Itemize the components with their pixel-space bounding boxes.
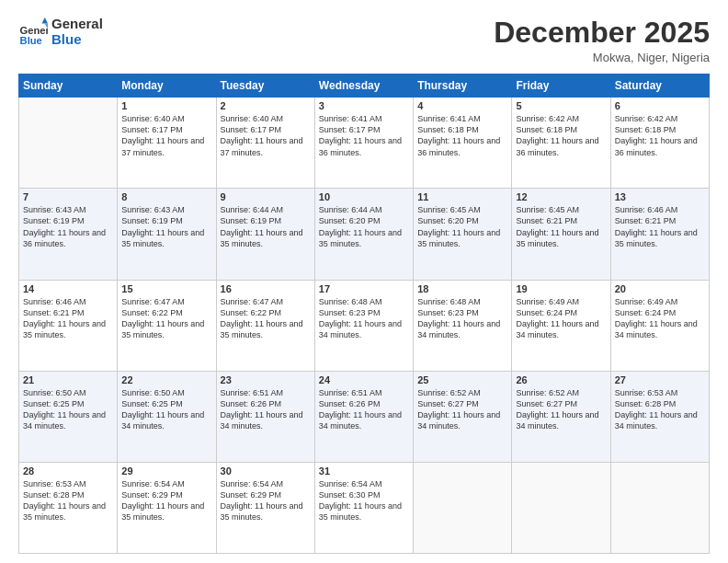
day-number: 19	[516, 283, 606, 294]
day-info: Sunrise: 6:43 AMSunset: 6:19 PMDaylight:…	[23, 204, 113, 249]
table-row: 5Sunrise: 6:42 AMSunset: 6:18 PMDaylight…	[512, 98, 610, 189]
table-row: 11Sunrise: 6:45 AMSunset: 6:20 PMDayligh…	[414, 189, 512, 280]
day-info: Sunrise: 6:52 AMSunset: 6:27 PMDaylight:…	[516, 387, 606, 432]
day-info: Sunrise: 6:40 AMSunset: 6:17 PMDaylight:…	[221, 113, 311, 158]
table-row: 16Sunrise: 6:47 AMSunset: 6:22 PMDayligh…	[216, 280, 314, 371]
header-row: Sunday Monday Tuesday Wednesday Thursday…	[19, 75, 710, 98]
day-info: Sunrise: 6:53 AMSunset: 6:28 PMDaylight:…	[23, 478, 113, 523]
calendar-week-row: 21Sunrise: 6:50 AMSunset: 6:25 PMDayligh…	[19, 371, 710, 462]
logo-line2: Blue	[51, 32, 103, 48]
day-info: Sunrise: 6:50 AMSunset: 6:25 PMDaylight:…	[23, 387, 113, 432]
table-row: 21Sunrise: 6:50 AMSunset: 6:25 PMDayligh…	[19, 371, 118, 462]
day-info: Sunrise: 6:48 AMSunset: 6:23 PMDaylight:…	[417, 296, 507, 341]
calendar-week-row: 1Sunrise: 6:40 AMSunset: 6:17 PMDaylight…	[19, 98, 710, 189]
day-number: 14	[23, 283, 113, 294]
table-row	[610, 462, 709, 553]
day-number: 8	[121, 191, 211, 202]
day-number: 10	[319, 191, 409, 202]
table-row	[512, 462, 610, 553]
svg-marker-2	[42, 17, 48, 23]
day-info: Sunrise: 6:46 AMSunset: 6:21 PMDaylight:…	[23, 296, 113, 341]
day-info: Sunrise: 6:47 AMSunset: 6:22 PMDaylight:…	[221, 296, 311, 341]
logo-icon: General Blue	[18, 17, 48, 47]
day-number: 1	[121, 100, 211, 111]
page: General Blue General Blue December 2025 …	[0, 0, 728, 563]
day-number: 16	[221, 283, 311, 294]
day-number: 12	[516, 191, 606, 202]
day-number: 11	[417, 191, 507, 202]
day-info: Sunrise: 6:52 AMSunset: 6:27 PMDaylight:…	[417, 387, 507, 432]
table-row: 26Sunrise: 6:52 AMSunset: 6:27 PMDayligh…	[512, 371, 610, 462]
day-info: Sunrise: 6:54 AMSunset: 6:30 PMDaylight:…	[319, 478, 409, 523]
day-info: Sunrise: 6:45 AMSunset: 6:21 PMDaylight:…	[516, 204, 606, 249]
col-sunday: Sunday	[19, 75, 118, 98]
table-row: 28Sunrise: 6:53 AMSunset: 6:28 PMDayligh…	[19, 462, 118, 553]
calendar-week-row: 28Sunrise: 6:53 AMSunset: 6:28 PMDayligh…	[19, 462, 710, 553]
col-thursday: Thursday	[414, 75, 512, 98]
logo-line1: General	[51, 17, 103, 32]
table-row	[19, 98, 118, 189]
col-saturday: Saturday	[610, 75, 709, 98]
day-number: 24	[319, 374, 409, 385]
col-monday: Monday	[118, 75, 216, 98]
day-number: 2	[221, 100, 311, 111]
table-row: 15Sunrise: 6:47 AMSunset: 6:22 PMDayligh…	[118, 280, 216, 371]
day-number: 26	[516, 374, 606, 385]
table-row: 17Sunrise: 6:48 AMSunset: 6:23 PMDayligh…	[314, 280, 413, 371]
table-row: 23Sunrise: 6:51 AMSunset: 6:26 PMDayligh…	[216, 371, 314, 462]
table-row	[414, 462, 512, 553]
day-number: 29	[121, 465, 211, 477]
location: Mokwa, Niger, Nigeria	[494, 51, 710, 64]
day-number: 23	[221, 374, 311, 385]
day-info: Sunrise: 6:41 AMSunset: 6:17 PMDaylight:…	[319, 113, 409, 158]
day-info: Sunrise: 6:43 AMSunset: 6:19 PMDaylight:…	[121, 204, 211, 249]
table-row: 30Sunrise: 6:54 AMSunset: 6:29 PMDayligh…	[216, 462, 314, 553]
day-number: 31	[319, 465, 409, 477]
svg-text:Blue: Blue	[20, 34, 42, 45]
col-tuesday: Tuesday	[216, 75, 314, 98]
day-info: Sunrise: 6:42 AMSunset: 6:18 PMDaylight:…	[615, 113, 705, 158]
col-wednesday: Wednesday	[314, 75, 413, 98]
day-info: Sunrise: 6:49 AMSunset: 6:24 PMDaylight:…	[615, 296, 705, 341]
day-info: Sunrise: 6:51 AMSunset: 6:26 PMDaylight:…	[221, 387, 311, 432]
day-number: 4	[417, 100, 507, 111]
table-row: 6Sunrise: 6:42 AMSunset: 6:18 PMDaylight…	[610, 98, 709, 189]
table-row: 13Sunrise: 6:46 AMSunset: 6:21 PMDayligh…	[610, 189, 709, 280]
day-number: 6	[615, 100, 705, 111]
day-info: Sunrise: 6:40 AMSunset: 6:17 PMDaylight:…	[121, 113, 211, 158]
table-row: 8Sunrise: 6:43 AMSunset: 6:19 PMDaylight…	[118, 189, 216, 280]
day-number: 17	[319, 283, 409, 294]
day-number: 25	[417, 374, 507, 385]
table-row: 19Sunrise: 6:49 AMSunset: 6:24 PMDayligh…	[512, 280, 610, 371]
day-number: 21	[23, 374, 113, 385]
day-info: Sunrise: 6:53 AMSunset: 6:28 PMDaylight:…	[615, 387, 705, 432]
table-row: 29Sunrise: 6:54 AMSunset: 6:29 PMDayligh…	[118, 462, 216, 553]
table-row: 3Sunrise: 6:41 AMSunset: 6:17 PMDaylight…	[314, 98, 413, 189]
table-row: 20Sunrise: 6:49 AMSunset: 6:24 PMDayligh…	[610, 280, 709, 371]
table-row: 9Sunrise: 6:44 AMSunset: 6:19 PMDaylight…	[216, 189, 314, 280]
day-number: 3	[319, 100, 409, 111]
day-info: Sunrise: 6:54 AMSunset: 6:29 PMDaylight:…	[121, 478, 211, 523]
day-number: 22	[121, 374, 211, 385]
day-number: 9	[221, 191, 311, 202]
table-row: 7Sunrise: 6:43 AMSunset: 6:19 PMDaylight…	[19, 189, 118, 280]
table-row: 18Sunrise: 6:48 AMSunset: 6:23 PMDayligh…	[414, 280, 512, 371]
day-info: Sunrise: 6:51 AMSunset: 6:26 PMDaylight:…	[319, 387, 409, 432]
day-info: Sunrise: 6:54 AMSunset: 6:29 PMDaylight:…	[221, 478, 311, 523]
table-row: 12Sunrise: 6:45 AMSunset: 6:21 PMDayligh…	[512, 189, 610, 280]
table-row: 14Sunrise: 6:46 AMSunset: 6:21 PMDayligh…	[19, 280, 118, 371]
title-block: December 2025 Mokwa, Niger, Nigeria	[494, 17, 710, 64]
day-info: Sunrise: 6:48 AMSunset: 6:23 PMDaylight:…	[319, 296, 409, 341]
day-info: Sunrise: 6:49 AMSunset: 6:24 PMDaylight:…	[516, 296, 606, 341]
day-info: Sunrise: 6:50 AMSunset: 6:25 PMDaylight:…	[121, 387, 211, 432]
day-number: 27	[615, 374, 705, 385]
day-number: 13	[615, 191, 705, 202]
month-title: December 2025	[494, 17, 710, 49]
table-row: 10Sunrise: 6:44 AMSunset: 6:20 PMDayligh…	[314, 189, 413, 280]
day-number: 30	[221, 465, 311, 477]
header: General Blue General Blue December 2025 …	[18, 17, 710, 64]
col-friday: Friday	[512, 75, 610, 98]
day-info: Sunrise: 6:41 AMSunset: 6:18 PMDaylight:…	[417, 113, 507, 158]
table-row: 24Sunrise: 6:51 AMSunset: 6:26 PMDayligh…	[314, 371, 413, 462]
day-number: 18	[417, 283, 507, 294]
